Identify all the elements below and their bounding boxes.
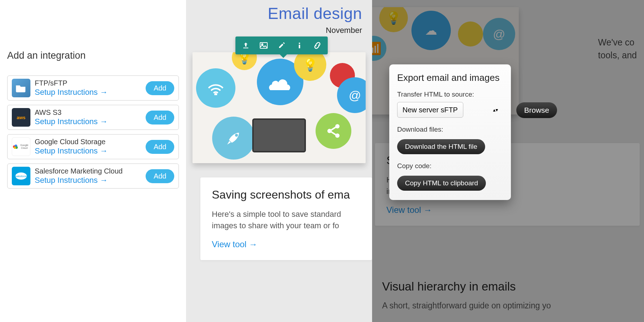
transfer-source-select[interactable]: New server sFTP <box>397 102 463 118</box>
svg-point-11 <box>235 134 238 137</box>
download-label: Download files: <box>397 126 503 133</box>
google-cloud-icon: Google Cloud <box>12 137 30 156</box>
card-title: Saving screenshots of ema <box>212 188 361 201</box>
screenshot-tool-card: Saving screenshots of ema Here's a simpl… <box>200 177 372 260</box>
integration-card-aws: aws AWS S3 Setup Instructions Add <box>7 105 179 130</box>
integration-card-gcs: Google Cloud Google Cloud Storage Setup … <box>7 134 179 159</box>
svg-rect-6 <box>260 43 267 48</box>
setup-instructions-link[interactable]: Setup Instructions <box>35 146 108 156</box>
add-button[interactable]: Add <box>146 111 174 125</box>
wifi-icon <box>196 68 235 108</box>
copy-html-button[interactable]: Copy HTML to clipboard <box>397 176 486 191</box>
integration-title: FTP/sFTP <box>35 79 146 87</box>
export-popover: Export email and images Transfer HTML to… <box>389 64 511 200</box>
card-body: Here's a simple tool to save standard im… <box>212 209 361 231</box>
integration-title: Salesforce Marketing Cloud <box>35 167 146 175</box>
email-design-date: November <box>186 23 372 35</box>
browse-button[interactable]: Browse <box>516 102 557 118</box>
info-icon[interactable] <box>291 39 308 52</box>
download-html-button[interactable]: Download the HTML file <box>397 139 485 154</box>
view-tool-link[interactable]: View tool <box>212 239 258 249</box>
image-icon[interactable] <box>255 39 273 52</box>
rocket-icon <box>212 117 255 160</box>
export-panel-region: 💡 ☁ @ 📶 We've co tools, and S H in View … <box>372 0 644 322</box>
svg-point-8 <box>299 43 300 44</box>
integration-card-ftp: FTP/sFTP Setup Instructions Add <box>7 75 179 101</box>
bulb-icon: 💡 <box>232 52 257 70</box>
svg-point-10 <box>215 94 216 95</box>
integration-card-sfmc: salesforce Salesforce Marketing Cloud Se… <box>7 164 179 189</box>
aws-icon: aws <box>12 108 30 127</box>
copy-label: Copy code: <box>397 162 503 170</box>
bulb-icon: 💡 <box>294 52 326 81</box>
integration-title: Google Cloud Storage <box>35 138 146 146</box>
laptop-graphic <box>252 118 306 152</box>
add-button[interactable]: Add <box>146 81 174 95</box>
salesforce-icon: salesforce <box>12 167 30 185</box>
export-title: Export email and images <box>397 72 503 83</box>
image-toolbar <box>235 36 328 54</box>
upload-icon[interactable] <box>237 39 255 52</box>
edit-icon[interactable] <box>273 39 291 52</box>
svg-rect-9 <box>299 45 300 48</box>
email-design-panel: Email design November 💡 💡 @ Saving scree… <box>186 0 372 322</box>
chevron-updown-icon: ▴▾ <box>493 107 498 113</box>
add-button[interactable]: Add <box>146 169 174 183</box>
svg-text:salesforce: salesforce <box>15 175 27 177</box>
link-icon[interactable] <box>308 39 326 52</box>
setup-instructions-link[interactable]: Setup Instructions <box>35 176 108 185</box>
svg-point-3 <box>14 147 16 149</box>
integrations-heading: Add an integration <box>7 50 179 61</box>
share-icon <box>316 113 351 149</box>
integration-title: AWS S3 <box>35 108 146 117</box>
add-button[interactable]: Add <box>146 140 174 154</box>
ftp-icon <box>12 79 30 97</box>
email-design-title: Email design <box>186 0 372 23</box>
setup-instructions-link[interactable]: Setup Instructions <box>35 117 108 126</box>
hero-image[interactable]: 💡 💡 @ <box>192 52 366 163</box>
transfer-label: Transfer HTML to source: <box>397 91 503 98</box>
integrations-panel: Add an integration FTP/sFTP Setup Instru… <box>0 0 186 322</box>
hero-image-wrap: 💡 💡 @ <box>192 52 366 163</box>
setup-instructions-link[interactable]: Setup Instructions <box>35 88 108 97</box>
